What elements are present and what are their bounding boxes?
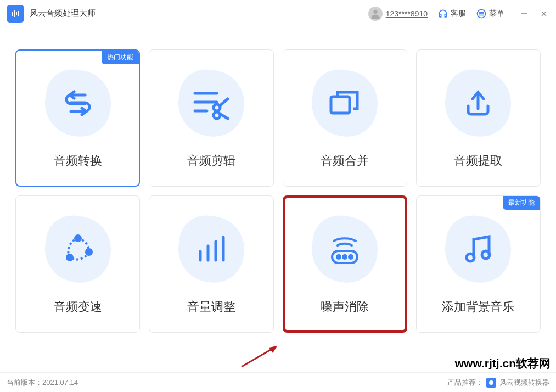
- titlebar: 风云音频处理大师 123****8910 客服: [0, 0, 556, 27]
- svg-point-31: [349, 255, 352, 259]
- svg-rect-2: [16, 12, 17, 15]
- bgm-icon: [442, 214, 514, 285]
- avatar-icon: [368, 7, 383, 21]
- svg-point-36: [489, 380, 493, 385]
- watermark: www.rjtj.cn软荐网: [455, 356, 551, 371]
- support-label: 客服: [451, 9, 466, 19]
- svg-point-30: [343, 255, 346, 259]
- svg-rect-3: [18, 11, 19, 16]
- badge-new: 最新功能: [503, 196, 540, 210]
- extract-icon: [442, 68, 514, 139]
- card-denoise[interactable]: 噪声消除: [283, 195, 407, 333]
- headset-icon: [437, 8, 448, 19]
- app-logo: [7, 5, 24, 23]
- card-label: 音频剪辑: [187, 153, 235, 169]
- menu-icon: [476, 8, 487, 19]
- recommend-label: 产品推荐：: [447, 378, 483, 388]
- app-title: 风云音频处理大师: [30, 8, 96, 19]
- card-label: 音量调整: [187, 299, 235, 315]
- volume-icon: [176, 214, 247, 285]
- svg-point-4: [373, 9, 377, 13]
- svg-rect-1: [14, 10, 15, 17]
- svg-point-33: [482, 251, 490, 259]
- card-label: 音频合并: [321, 153, 369, 169]
- svg-line-34: [242, 348, 274, 367]
- minimize-button[interactable]: [519, 8, 530, 19]
- svg-point-29: [337, 255, 340, 259]
- card-audio-convert[interactable]: 热门功能 音频转换: [15, 49, 140, 187]
- main-content: 热门功能 音频转换: [0, 27, 556, 344]
- support-button[interactable]: 客服: [437, 8, 466, 19]
- arrow-annotation: [236, 339, 285, 374]
- user-area[interactable]: 123****8910: [368, 7, 428, 21]
- card-audio-speed[interactable]: 音频变速: [15, 195, 140, 333]
- version-value: 2021.07.14: [42, 378, 78, 387]
- window-controls: [519, 8, 549, 19]
- cut-icon: [176, 68, 247, 139]
- svg-rect-0: [12, 12, 13, 16]
- merge-icon: [309, 68, 380, 139]
- menu-label: 菜单: [489, 9, 504, 19]
- card-volume-adjust[interactable]: 音量调整: [149, 195, 273, 333]
- card-audio-merge[interactable]: 音频合并: [283, 49, 407, 187]
- speed-icon: [42, 214, 114, 285]
- footer-right: 产品推荐： 风云视频转换器: [447, 378, 549, 388]
- card-label: 音频转换: [54, 153, 102, 169]
- card-audio-cut[interactable]: 音频剪辑: [149, 49, 273, 187]
- footer: 当前版本： 2021.07.14 产品推荐： 风云视频转换器: [0, 372, 556, 392]
- svg-point-32: [467, 254, 474, 261]
- close-button[interactable]: [538, 8, 549, 19]
- svg-rect-19: [331, 97, 350, 113]
- card-label: 音频提取: [454, 153, 502, 169]
- card-grid: 热门功能 音频转换: [15, 49, 541, 333]
- version-label: 当前版本：: [7, 378, 42, 388]
- convert-icon: [42, 68, 114, 139]
- card-label: 噪声消除: [321, 299, 369, 315]
- denoise-icon: [309, 214, 380, 285]
- username[interactable]: 123****8910: [386, 9, 428, 18]
- card-audio-extract[interactable]: 音频提取: [416, 49, 541, 187]
- recommend-icon: [486, 378, 496, 388]
- card-add-bgm[interactable]: 最新功能 添加背景音乐: [416, 195, 541, 333]
- card-label: 添加背景音乐: [442, 299, 514, 315]
- badge-hot: 热门功能: [102, 51, 139, 64]
- titlebar-right: 123****8910 客服 菜单: [368, 7, 549, 21]
- recommend-product[interactable]: 风云视频转换器: [499, 378, 549, 388]
- menu-button[interactable]: 菜单: [476, 8, 504, 19]
- card-label: 音频变速: [54, 299, 102, 315]
- svg-line-17: [220, 99, 228, 106]
